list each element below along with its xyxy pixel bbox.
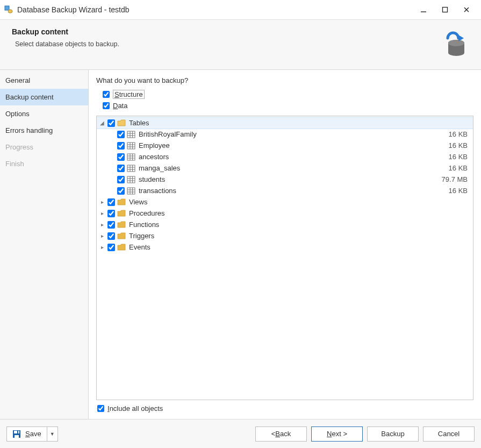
svg-rect-43 bbox=[15, 435, 19, 438]
folder-icon bbox=[117, 198, 126, 207]
tree-table-transactions[interactable]: transactions16 KB bbox=[97, 185, 473, 196]
tree-item-size: 16 KB bbox=[449, 153, 468, 161]
folder-icon bbox=[117, 209, 126, 218]
svg-rect-21 bbox=[127, 154, 135, 160]
tree-checkbox[interactable] bbox=[117, 131, 125, 138]
window-title: Database Backup Wizard - testdb bbox=[17, 5, 420, 14]
save-dropdown-button[interactable]: ▼ bbox=[47, 426, 58, 442]
wizard-footer: Save ▼ < Back Next > Backup Cancel bbox=[0, 419, 481, 448]
expander-icon[interactable]: ▸ bbox=[99, 233, 105, 239]
tree-item-label: BritishRoyalFamily bbox=[139, 130, 449, 138]
tree-item-size: 79.7 MB bbox=[442, 175, 468, 183]
table-icon bbox=[127, 187, 135, 195]
wizard-sidebar: GeneralBackup contentOptionsErrors handl… bbox=[0, 70, 89, 419]
folder-icon bbox=[117, 232, 126, 240]
tree-checkbox[interactable] bbox=[107, 221, 115, 229]
expander-icon[interactable]: ▸ bbox=[99, 210, 105, 216]
table-icon bbox=[127, 130, 135, 139]
data-checkbox-row[interactable]: Data bbox=[103, 102, 473, 110]
page-header: Backup content Select database objects t… bbox=[0, 19, 481, 70]
include-all-row[interactable]: Include all objects bbox=[96, 400, 473, 415]
svg-marker-10 bbox=[458, 35, 464, 41]
tree-item-label: Tables bbox=[129, 119, 468, 127]
tree-table-manga_sales[interactable]: manga_sales16 KB bbox=[97, 162, 473, 174]
sidebar-item-backup-content[interactable]: Backup content bbox=[0, 89, 88, 105]
table-icon bbox=[127, 164, 135, 173]
tree-folder-procedures[interactable]: ▸Procedures bbox=[97, 208, 473, 219]
data-checkbox[interactable] bbox=[103, 102, 110, 109]
svg-point-1 bbox=[8, 10, 12, 13]
next-button[interactable]: Next > bbox=[311, 426, 363, 442]
data-label: Data bbox=[113, 102, 127, 110]
svg-rect-36 bbox=[127, 188, 135, 194]
sidebar-item-errors-handling[interactable]: Errors handling bbox=[0, 122, 88, 139]
tree-checkbox[interactable] bbox=[107, 210, 115, 217]
minimize-button[interactable] bbox=[420, 6, 427, 13]
tree-item-label: manga_sales bbox=[139, 164, 449, 172]
tree-checkbox[interactable] bbox=[107, 198, 115, 206]
app-icon bbox=[4, 5, 13, 14]
backup-prompt: What do you want to backup? bbox=[96, 76, 473, 84]
tree-checkbox[interactable] bbox=[107, 244, 115, 251]
include-all-checkbox[interactable] bbox=[97, 405, 104, 412]
sidebar-item-options[interactable]: Options bbox=[0, 105, 88, 122]
structure-checkbox-row[interactable]: Structure bbox=[103, 90, 473, 98]
tree-table-ancestors[interactable]: ancestors16 KB bbox=[97, 151, 473, 162]
svg-point-9 bbox=[448, 40, 464, 46]
cancel-button[interactable]: Cancel bbox=[423, 426, 475, 442]
tree-item-label: Employee bbox=[139, 141, 449, 150]
expander-icon[interactable]: ▸ bbox=[99, 199, 105, 205]
tree-item-label: Triggers bbox=[129, 232, 468, 240]
table-icon bbox=[127, 153, 135, 161]
svg-rect-16 bbox=[127, 143, 135, 149]
tree-folder-events[interactable]: ▸Events bbox=[97, 241, 473, 253]
close-button[interactable] bbox=[463, 6, 470, 13]
back-button[interactable]: < Back bbox=[255, 426, 307, 442]
tree-checkbox[interactable] bbox=[117, 187, 125, 195]
table-icon bbox=[127, 141, 135, 150]
sidebar-item-general[interactable]: General bbox=[0, 72, 88, 89]
tree-item-label: students bbox=[139, 175, 442, 183]
tree-item-size: 16 KB bbox=[449, 141, 468, 150]
tree-checkbox[interactable] bbox=[117, 153, 125, 161]
folder-icon bbox=[117, 243, 126, 252]
tree-folder-triggers[interactable]: ▸Triggers bbox=[97, 230, 473, 241]
tree-item-label: Functions bbox=[129, 221, 468, 229]
svg-rect-11 bbox=[127, 131, 135, 138]
main-content: What do you want to backup? Structure Da… bbox=[89, 70, 481, 419]
svg-rect-31 bbox=[127, 176, 135, 183]
tree-table-britishroyalfamily[interactable]: BritishRoyalFamily16 KB bbox=[97, 129, 473, 140]
tree-table-students[interactable]: students79.7 MB bbox=[97, 174, 473, 185]
svg-rect-26 bbox=[127, 165, 135, 172]
save-button[interactable]: Save bbox=[6, 426, 47, 442]
tree-item-size: 16 KB bbox=[449, 130, 468, 138]
tree-item-size: 16 KB bbox=[449, 187, 468, 195]
titlebar: Database Backup Wizard - testdb bbox=[0, 0, 481, 19]
page-title: Backup content bbox=[12, 27, 437, 36]
tree-checkbox[interactable] bbox=[107, 232, 115, 240]
expander-icon[interactable]: ▸ bbox=[99, 244, 105, 250]
expander-icon[interactable]: ▸ bbox=[99, 222, 105, 227]
tree-folder-tables[interactable]: ◢Tables bbox=[97, 117, 473, 129]
structure-label: Structure bbox=[113, 90, 145, 98]
tree-folder-functions[interactable]: ▸Functions bbox=[97, 219, 473, 230]
save-icon bbox=[12, 430, 21, 438]
tree-checkbox[interactable] bbox=[117, 142, 125, 150]
svg-rect-42 bbox=[14, 431, 19, 433]
maximize-button[interactable] bbox=[441, 6, 449, 13]
svg-point-8 bbox=[448, 49, 464, 56]
folder-open-icon bbox=[117, 119, 126, 127]
object-tree[interactable]: ◢TablesBritishRoyalFamily16 KBEmployee16… bbox=[96, 116, 473, 400]
structure-checkbox[interactable] bbox=[103, 91, 110, 98]
tree-item-label: ancestors bbox=[139, 153, 449, 161]
tree-checkbox[interactable] bbox=[117, 165, 125, 172]
expander-icon[interactable]: ◢ bbox=[99, 120, 105, 126]
tree-checkbox[interactable] bbox=[117, 176, 125, 183]
tree-checkbox[interactable] bbox=[107, 119, 115, 127]
backup-button[interactable]: Backup bbox=[367, 426, 419, 442]
folder-icon bbox=[117, 221, 126, 229]
tree-folder-views[interactable]: ▸Views bbox=[97, 196, 473, 208]
save-label: Save bbox=[25, 430, 41, 438]
tree-table-employee[interactable]: Employee16 KB bbox=[97, 140, 473, 151]
include-all-label: Include all objects bbox=[107, 404, 163, 413]
